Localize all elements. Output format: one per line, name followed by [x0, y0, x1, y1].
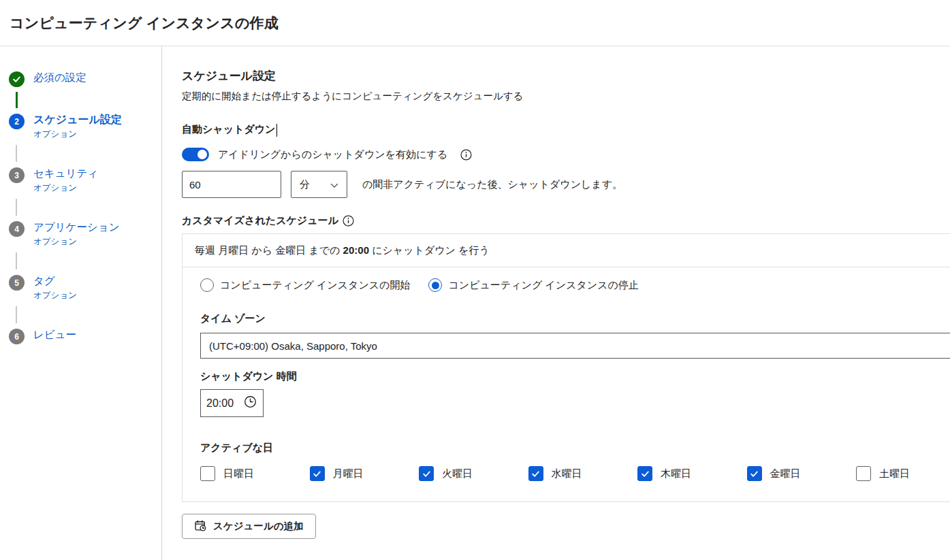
step-connector	[16, 145, 17, 162]
toggle-knob	[197, 150, 207, 159]
idle-shutdown-toggle-label: アイドリングからのシャットダウンを有効にする	[218, 148, 447, 161]
action-radio-group: コンピューティング インスタンスの開始 コンピューティング インスタンスの停止	[200, 278, 950, 292]
shutdown-time-label: シャットダウン 時間	[200, 370, 950, 383]
step-label: スケジュール設定	[33, 113, 122, 127]
radio-stop-label: コンピューティング インスタンスの停止	[448, 279, 638, 292]
add-schedule-label: スケジュールの追加	[213, 520, 304, 533]
checkbox-icon	[200, 466, 215, 481]
section-title: スケジュール設定	[182, 68, 950, 84]
checkbox-icon	[856, 466, 871, 481]
schedule-card: 毎週 月曜日 から 金曜日 までの 20:00 にシャットダウン を行う コンピ…	[182, 233, 950, 502]
step-optional-tag: オプション	[33, 290, 77, 301]
text-cursor	[276, 124, 277, 137]
step-label: アプリケーション	[33, 220, 120, 234]
step-connector	[16, 252, 17, 269]
day-checkbox-friday[interactable]: 金曜日	[747, 466, 857, 481]
step-number: 5	[9, 275, 25, 291]
day-checkbox-thursday[interactable]: 木曜日	[637, 466, 747, 481]
step-number: 2	[9, 114, 25, 129]
schedule-settings-panel: スケジュール設定 定期的に開始または停止するようにコンピューティングをスケジュー…	[162, 46, 950, 560]
day-checkbox-sunday[interactable]: 日曜日	[200, 466, 310, 481]
step-label: セキュリティ	[33, 167, 98, 180]
checkbox-checked-icon	[747, 466, 762, 481]
schedule-summary-prefix: 毎週 月曜日 から 金曜日 までの	[195, 244, 343, 256]
idle-unit-select[interactable]: 分	[291, 171, 347, 198]
idle-shutdown-toggle[interactable]	[182, 148, 209, 161]
step-optional-tag: オプション	[33, 236, 120, 248]
dialog-header: コンピューティング インスタンスの作成	[0, 0, 950, 46]
radio-start-label: コンピューティング インスタンスの開始	[220, 279, 410, 292]
auto-shutdown-label: 自動シャットダウン	[182, 123, 275, 136]
auto-shutdown-heading: 自動シャットダウン	[182, 123, 950, 136]
section-description: 定期的に開始または停止するようにコンピューティングをスケジュールする	[182, 90, 950, 103]
step-review[interactable]: 6 レビュー	[9, 328, 161, 344]
step-number: 6	[9, 329, 25, 344]
custom-schedule-heading: カスタマイズされたスケジュール	[182, 214, 338, 227]
clock-icon	[244, 395, 257, 411]
active-days-group: 日曜日 月曜日 火曜日 水曜日	[200, 466, 950, 481]
schedule-summary-suffix: にシャットダウン を行う	[369, 244, 490, 256]
radio-start-instance[interactable]: コンピューティング インスタンスの開始	[200, 278, 410, 292]
step-label: 必須の設定	[33, 71, 86, 84]
checkbox-checked-icon	[528, 466, 543, 481]
step-number: 4	[9, 221, 25, 237]
active-days-label: アクティブな日	[200, 442, 950, 455]
chevron-down-icon	[330, 179, 338, 191]
checkbox-checked-icon	[637, 466, 652, 481]
idle-suffix-text: の間非アクティブになった後、シャットダウンします。	[362, 178, 622, 191]
checkbox-checked-icon	[310, 466, 325, 481]
shutdown-time-value: 20:00	[206, 397, 234, 410]
schedule-summary-row[interactable]: 毎週 月曜日 から 金曜日 までの 20:00 にシャットダウン を行う	[183, 234, 950, 267]
step-label: タグ	[33, 274, 77, 288]
page-title: コンピューティング インスタンスの作成	[10, 14, 279, 33]
step-applications[interactable]: 4 アプリケーション オプション	[9, 220, 161, 248]
info-icon[interactable]	[460, 149, 472, 161]
idle-unit-value: 分	[300, 178, 310, 191]
step-complete-check-icon	[9, 71, 25, 87]
calendar-clock-icon	[194, 519, 207, 534]
radio-icon-selected	[428, 278, 442, 292]
timezone-value: (UTC+09:00) Osaka, Sapporo, Tokyo	[209, 340, 377, 352]
checkbox-checked-icon	[419, 466, 434, 481]
step-required-settings[interactable]: 必須の設定	[9, 71, 161, 87]
idle-minutes-input[interactable]	[182, 171, 281, 198]
step-security[interactable]: 3 セキュリティ オプション	[9, 167, 161, 194]
shutdown-time-input[interactable]: 20:00	[200, 389, 264, 417]
day-checkbox-monday[interactable]: 月曜日	[310, 466, 419, 481]
step-optional-tag: オプション	[33, 182, 98, 194]
timezone-label: タイム ゾーン	[200, 312, 950, 325]
step-optional-tag: オプション	[33, 129, 122, 140]
day-checkbox-tuesday[interactable]: 火曜日	[419, 466, 528, 481]
wizard-stepper: 必須の設定 2 スケジュール設定 オプション 3 セキュリティ オプション 4 …	[0, 46, 162, 560]
schedule-summary-time: 20:00	[343, 244, 369, 256]
add-schedule-button[interactable]: スケジュールの追加	[182, 514, 316, 539]
day-checkbox-saturday[interactable]: 土曜日	[856, 466, 950, 481]
info-icon[interactable]	[343, 215, 354, 227]
radio-icon	[200, 278, 214, 292]
step-connector	[16, 199, 17, 216]
day-checkbox-wednesday[interactable]: 水曜日	[528, 466, 638, 481]
radio-stop-instance[interactable]: コンピューティング インスタンスの停止	[428, 278, 638, 292]
step-schedule-settings[interactable]: 2 スケジュール設定 オプション	[9, 113, 161, 140]
timezone-select[interactable]: (UTC+09:00) Osaka, Sapporo, Tokyo	[200, 333, 950, 359]
step-tags[interactable]: 5 タグ オプション	[9, 274, 161, 301]
step-connector	[16, 92, 18, 108]
step-connector	[16, 306, 17, 323]
step-number: 3	[9, 167, 25, 183]
step-label: レビュー	[33, 328, 76, 342]
